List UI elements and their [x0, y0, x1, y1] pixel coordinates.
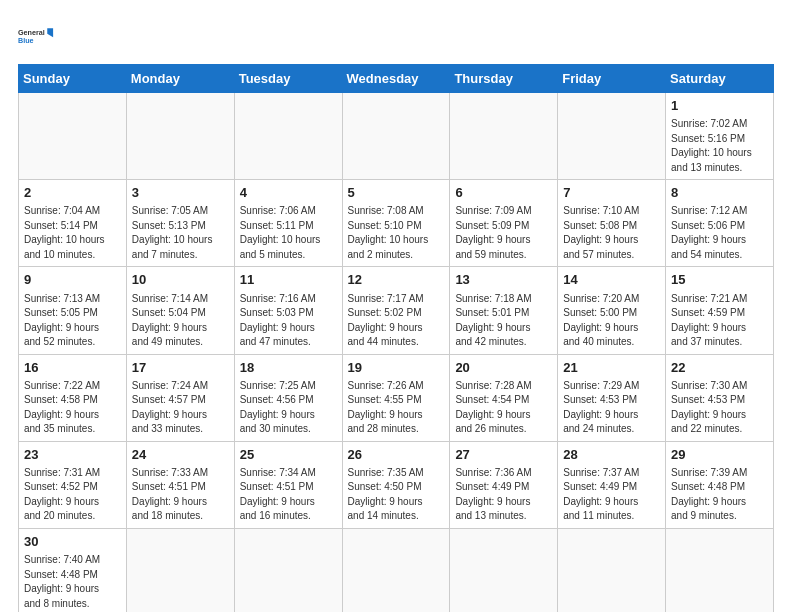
day-number: 15 — [671, 271, 768, 289]
calendar-cell: 2Sunrise: 7:04 AM Sunset: 5:14 PM Daylig… — [19, 180, 127, 267]
day-info: Sunrise: 7:18 AM Sunset: 5:01 PM Dayligh… — [455, 292, 552, 350]
calendar-cell — [666, 528, 774, 612]
calendar-cell: 8Sunrise: 7:12 AM Sunset: 5:06 PM Daylig… — [666, 180, 774, 267]
calendar-cell: 11Sunrise: 7:16 AM Sunset: 5:03 PM Dayli… — [234, 267, 342, 354]
calendar-cell: 23Sunrise: 7:31 AM Sunset: 4:52 PM Dayli… — [19, 441, 127, 528]
day-info: Sunrise: 7:17 AM Sunset: 5:02 PM Dayligh… — [348, 292, 445, 350]
calendar-cell: 14Sunrise: 7:20 AM Sunset: 5:00 PM Dayli… — [558, 267, 666, 354]
weekday-header-friday: Friday — [558, 65, 666, 93]
weekday-header-wednesday: Wednesday — [342, 65, 450, 93]
day-number: 30 — [24, 533, 121, 551]
day-number: 11 — [240, 271, 337, 289]
day-number: 19 — [348, 359, 445, 377]
calendar-cell: 3Sunrise: 7:05 AM Sunset: 5:13 PM Daylig… — [126, 180, 234, 267]
calendar-cell: 4Sunrise: 7:06 AM Sunset: 5:11 PM Daylig… — [234, 180, 342, 267]
day-info: Sunrise: 7:36 AM Sunset: 4:49 PM Dayligh… — [455, 466, 552, 524]
day-number: 9 — [24, 271, 121, 289]
calendar-cell: 13Sunrise: 7:18 AM Sunset: 5:01 PM Dayli… — [450, 267, 558, 354]
day-info: Sunrise: 7:31 AM Sunset: 4:52 PM Dayligh… — [24, 466, 121, 524]
calendar-cell: 6Sunrise: 7:09 AM Sunset: 5:09 PM Daylig… — [450, 180, 558, 267]
day-info: Sunrise: 7:05 AM Sunset: 5:13 PM Dayligh… — [132, 204, 229, 262]
calendar-cell: 16Sunrise: 7:22 AM Sunset: 4:58 PM Dayli… — [19, 354, 127, 441]
day-info: Sunrise: 7:22 AM Sunset: 4:58 PM Dayligh… — [24, 379, 121, 437]
day-number: 20 — [455, 359, 552, 377]
calendar-cell: 28Sunrise: 7:37 AM Sunset: 4:49 PM Dayli… — [558, 441, 666, 528]
day-number: 5 — [348, 184, 445, 202]
calendar-cell: 30Sunrise: 7:40 AM Sunset: 4:48 PM Dayli… — [19, 528, 127, 612]
day-number: 27 — [455, 446, 552, 464]
day-number: 28 — [563, 446, 660, 464]
calendar-cell — [342, 528, 450, 612]
day-info: Sunrise: 7:29 AM Sunset: 4:53 PM Dayligh… — [563, 379, 660, 437]
calendar-cell: 25Sunrise: 7:34 AM Sunset: 4:51 PM Dayli… — [234, 441, 342, 528]
day-number: 23 — [24, 446, 121, 464]
day-number: 1 — [671, 97, 768, 115]
day-info: Sunrise: 7:39 AM Sunset: 4:48 PM Dayligh… — [671, 466, 768, 524]
calendar-cell: 20Sunrise: 7:28 AM Sunset: 4:54 PM Dayli… — [450, 354, 558, 441]
day-number: 14 — [563, 271, 660, 289]
calendar-cell: 5Sunrise: 7:08 AM Sunset: 5:10 PM Daylig… — [342, 180, 450, 267]
calendar-cell: 15Sunrise: 7:21 AM Sunset: 4:59 PM Dayli… — [666, 267, 774, 354]
day-number: 13 — [455, 271, 552, 289]
header: GeneralBlue — [18, 18, 774, 54]
day-info: Sunrise: 7:34 AM Sunset: 4:51 PM Dayligh… — [240, 466, 337, 524]
day-info: Sunrise: 7:35 AM Sunset: 4:50 PM Dayligh… — [348, 466, 445, 524]
day-info: Sunrise: 7:12 AM Sunset: 5:06 PM Dayligh… — [671, 204, 768, 262]
day-number: 4 — [240, 184, 337, 202]
calendar-week-row: 1Sunrise: 7:02 AM Sunset: 5:16 PM Daylig… — [19, 93, 774, 180]
day-info: Sunrise: 7:24 AM Sunset: 4:57 PM Dayligh… — [132, 379, 229, 437]
day-info: Sunrise: 7:02 AM Sunset: 5:16 PM Dayligh… — [671, 117, 768, 175]
day-info: Sunrise: 7:14 AM Sunset: 5:04 PM Dayligh… — [132, 292, 229, 350]
calendar-cell: 19Sunrise: 7:26 AM Sunset: 4:55 PM Dayli… — [342, 354, 450, 441]
calendar-week-row: 30Sunrise: 7:40 AM Sunset: 4:48 PM Dayli… — [19, 528, 774, 612]
calendar-week-row: 2Sunrise: 7:04 AM Sunset: 5:14 PM Daylig… — [19, 180, 774, 267]
calendar-cell: 26Sunrise: 7:35 AM Sunset: 4:50 PM Dayli… — [342, 441, 450, 528]
day-info: Sunrise: 7:08 AM Sunset: 5:10 PM Dayligh… — [348, 204, 445, 262]
calendar-cell: 18Sunrise: 7:25 AM Sunset: 4:56 PM Dayli… — [234, 354, 342, 441]
weekday-header-monday: Monday — [126, 65, 234, 93]
weekday-header-row: SundayMondayTuesdayWednesdayThursdayFrid… — [19, 65, 774, 93]
calendar-cell: 10Sunrise: 7:14 AM Sunset: 5:04 PM Dayli… — [126, 267, 234, 354]
weekday-header-thursday: Thursday — [450, 65, 558, 93]
calendar-cell: 27Sunrise: 7:36 AM Sunset: 4:49 PM Dayli… — [450, 441, 558, 528]
weekday-header-tuesday: Tuesday — [234, 65, 342, 93]
day-number: 22 — [671, 359, 768, 377]
day-info: Sunrise: 7:25 AM Sunset: 4:56 PM Dayligh… — [240, 379, 337, 437]
calendar-cell — [126, 528, 234, 612]
day-number: 18 — [240, 359, 337, 377]
day-info: Sunrise: 7:06 AM Sunset: 5:11 PM Dayligh… — [240, 204, 337, 262]
weekday-header-sunday: Sunday — [19, 65, 127, 93]
day-number: 6 — [455, 184, 552, 202]
calendar-cell — [450, 93, 558, 180]
calendar-cell: 7Sunrise: 7:10 AM Sunset: 5:08 PM Daylig… — [558, 180, 666, 267]
calendar-week-row: 16Sunrise: 7:22 AM Sunset: 4:58 PM Dayli… — [19, 354, 774, 441]
svg-text:Blue: Blue — [18, 36, 34, 45]
calendar-cell: 1Sunrise: 7:02 AM Sunset: 5:16 PM Daylig… — [666, 93, 774, 180]
calendar-cell: 29Sunrise: 7:39 AM Sunset: 4:48 PM Dayli… — [666, 441, 774, 528]
calendar-cell: 9Sunrise: 7:13 AM Sunset: 5:05 PM Daylig… — [19, 267, 127, 354]
day-info: Sunrise: 7:30 AM Sunset: 4:53 PM Dayligh… — [671, 379, 768, 437]
day-info: Sunrise: 7:13 AM Sunset: 5:05 PM Dayligh… — [24, 292, 121, 350]
day-number: 10 — [132, 271, 229, 289]
day-number: 12 — [348, 271, 445, 289]
day-info: Sunrise: 7:10 AM Sunset: 5:08 PM Dayligh… — [563, 204, 660, 262]
calendar-cell: 22Sunrise: 7:30 AM Sunset: 4:53 PM Dayli… — [666, 354, 774, 441]
day-info: Sunrise: 7:33 AM Sunset: 4:51 PM Dayligh… — [132, 466, 229, 524]
day-info: Sunrise: 7:40 AM Sunset: 4:48 PM Dayligh… — [24, 553, 121, 611]
day-number: 16 — [24, 359, 121, 377]
day-info: Sunrise: 7:28 AM Sunset: 4:54 PM Dayligh… — [455, 379, 552, 437]
calendar-cell — [342, 93, 450, 180]
calendar-cell — [450, 528, 558, 612]
day-number: 26 — [348, 446, 445, 464]
generalblue-logo-icon: GeneralBlue — [18, 18, 54, 54]
day-number: 8 — [671, 184, 768, 202]
calendar-cell — [558, 528, 666, 612]
weekday-header-saturday: Saturday — [666, 65, 774, 93]
calendar-cell — [126, 93, 234, 180]
day-info: Sunrise: 7:20 AM Sunset: 5:00 PM Dayligh… — [563, 292, 660, 350]
calendar-cell — [234, 528, 342, 612]
calendar-cell: 21Sunrise: 7:29 AM Sunset: 4:53 PM Dayli… — [558, 354, 666, 441]
day-info: Sunrise: 7:16 AM Sunset: 5:03 PM Dayligh… — [240, 292, 337, 350]
day-info: Sunrise: 7:09 AM Sunset: 5:09 PM Dayligh… — [455, 204, 552, 262]
day-info: Sunrise: 7:04 AM Sunset: 5:14 PM Dayligh… — [24, 204, 121, 262]
